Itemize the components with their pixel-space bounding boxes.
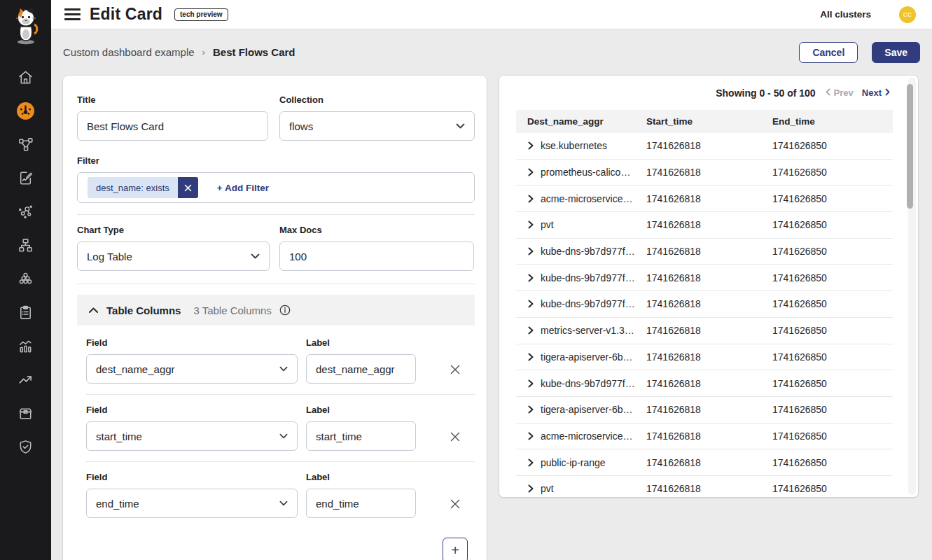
sidebar-item-threats[interactable] [0, 363, 51, 396]
table-columns-section-header[interactable]: Table Columns 3 Table Columns [77, 295, 475, 326]
info-icon[interactable] [279, 304, 291, 316]
table-row[interactable]: kse.kubernetes 1741626818 1741626850 [516, 133, 893, 160]
cancel-button[interactable]: Cancel [799, 42, 858, 63]
expand-chevron-right-icon[interactable] [528, 247, 534, 255]
sidebar-item-flow-graph[interactable] [0, 195, 51, 228]
prev-page-button[interactable]: Prev [826, 88, 854, 98]
add-column-button[interactable]: + [443, 538, 468, 560]
next-page-button[interactable]: Next [862, 88, 890, 98]
remove-column-button[interactable] [450, 364, 461, 375]
scrollbar-track [908, 78, 916, 495]
field-label: Field [86, 337, 298, 348]
expand-chevron-right-icon[interactable] [528, 168, 534, 176]
filter-box: dest_name: exists + Add Filter [77, 172, 475, 203]
expand-chevron-right-icon[interactable] [528, 484, 534, 493]
chart-type-select[interactable]: Log Table [77, 241, 270, 271]
column-label-input[interactable] [306, 421, 416, 451]
dest-name-cell: tigera-apiserver-6b… [541, 404, 633, 415]
dashboard-gauge-icon [16, 102, 35, 120]
end-time-cell: 1741626850 [767, 483, 893, 494]
table-row[interactable]: acme-microservice… 1741626818 1741626850 [516, 424, 893, 450]
expand-chevron-right-icon[interactable] [528, 432, 534, 440]
table-row[interactable]: pvt 1741626818 1741626850 [516, 212, 893, 239]
cluster-selector[interactable]: All clusters [820, 9, 871, 20]
sidebar-item-logs[interactable] [0, 329, 51, 363]
start-time-cell: 1741626818 [646, 457, 767, 468]
column-header: End_time [767, 116, 893, 127]
remove-column-button[interactable] [450, 498, 461, 510]
table-column-row: Field end_time Label [86, 472, 475, 518]
avatar[interactable]: CC [899, 6, 916, 23]
trending-arrow-icon [18, 372, 34, 388]
field-select[interactable]: end_time [86, 489, 298, 518]
breadcrumb-parent-link[interactable]: Custom dashboard example [63, 46, 195, 58]
end-time-cell: 1741626850 [767, 219, 893, 230]
scrollbar-thumb[interactable] [907, 84, 913, 209]
column-label-input[interactable] [306, 489, 416, 518]
remove-column-button[interactable] [450, 431, 461, 442]
table-row[interactable]: metrics-server-v1.3… 1741626818 17416268… [516, 318, 893, 344]
expand-chevron-right-icon[interactable] [528, 300, 534, 308]
sidebar-item-packages[interactable] [0, 396, 51, 430]
sidebar-item-home[interactable] [0, 60, 51, 94]
column-label-input[interactable] [306, 354, 416, 384]
expand-chevron-right-icon[interactable] [528, 195, 534, 203]
table-row[interactable]: tigera-apiserver-6b… 1741626818 17416268… [516, 344, 893, 371]
collapse-chevron-up-icon[interactable] [88, 307, 99, 314]
preview-toolbar: Showing 0 - 50 of 100 Prev Next [499, 76, 918, 110]
collection-select[interactable]: flows [279, 111, 475, 141]
field-select[interactable]: start_time [86, 421, 298, 451]
remove-filter-button[interactable] [178, 177, 198, 198]
preview-panel: Showing 0 - 50 of 100 Prev Next Dest_nam… [499, 76, 918, 497]
table-row[interactable]: kube-dns-9b7d977f… 1741626818 1741626850 [516, 291, 893, 318]
table-row[interactable]: acme-microservice… 1741626818 1741626850 [516, 186, 893, 212]
table-row[interactable]: tigera-apiserver-6b… 1741626818 17416268… [516, 397, 893, 424]
table-row[interactable]: kube-dns-9b7d977f… 1741626818 1741626850 [516, 370, 893, 397]
expand-chevron-right-icon[interactable] [528, 274, 534, 282]
add-filter-link[interactable]: + Add Filter [217, 183, 269, 193]
save-button[interactable]: Save [872, 42, 920, 63]
table-row[interactable]: prometheus-calico… 1741626818 1741626850 [516, 160, 893, 186]
topbar: Edit Card tech preview All clusters CC [51, 0, 932, 29]
sidebar-item-dashboards[interactable] [0, 94, 51, 127]
table-row[interactable]: kube-dns-9b7d977f… 1741626818 1741626850 [516, 239, 893, 265]
bar-chart-icon [18, 338, 34, 354]
dest-name-cell: kube-dns-9b7d977f… [541, 298, 635, 309]
max-docs-input[interactable] [279, 241, 474, 271]
expand-chevron-right-icon[interactable] [528, 405, 534, 414]
sitemap-icon [18, 237, 34, 253]
sidebar-item-clusters[interactable] [0, 262, 51, 295]
calico-cat-logo[interactable] [11, 6, 41, 49]
divider [86, 394, 475, 395]
table-row[interactable]: kube-dns-9b7d977f… 1741626818 1741626850 [516, 265, 893, 291]
sidebar-item-security[interactable] [0, 430, 51, 463]
chevron-down-icon [456, 123, 465, 129]
start-time-cell: 1741626818 [646, 378, 767, 389]
end-time-cell: 1741626850 [767, 298, 893, 309]
clipboard-icon [18, 304, 34, 321]
expand-chevron-right-icon[interactable] [528, 353, 534, 361]
sidebar-item-service-graph[interactable] [0, 127, 51, 161]
hamburger-menu-icon[interactable] [64, 8, 81, 20]
expand-chevron-right-icon[interactable] [528, 379, 534, 388]
sidebar-item-policies[interactable] [0, 161, 51, 195]
sidebar-item-compliance[interactable] [0, 295, 51, 329]
expand-chevron-right-icon[interactable] [528, 458, 534, 467]
filter-chip: dest_name: exists [88, 177, 198, 198]
expand-chevron-right-icon[interactable] [528, 326, 534, 335]
table-row[interactable]: pvt 1741626818 1741626850 [516, 476, 893, 497]
field-label: Field [86, 472, 298, 482]
chevron-down-icon [279, 433, 288, 439]
max-docs-label: Max Docs [279, 225, 474, 235]
expand-chevron-right-icon[interactable] [528, 141, 534, 150]
table-row[interactable]: public-ip-range 1741626818 1741626850 [516, 449, 893, 476]
start-time-cell: 1741626818 [646, 430, 767, 442]
title-input[interactable] [77, 111, 268, 141]
sidebar-item-sitemap[interactable] [0, 228, 51, 262]
dest-name-cell: kse.kubernetes [541, 140, 607, 151]
expand-chevron-right-icon[interactable] [528, 220, 534, 229]
field-select[interactable]: dest_name_aggr [86, 354, 298, 384]
chevron-down-icon [279, 500, 288, 506]
chevron-right-icon [885, 88, 890, 98]
molecule-graph-icon [18, 204, 34, 220]
